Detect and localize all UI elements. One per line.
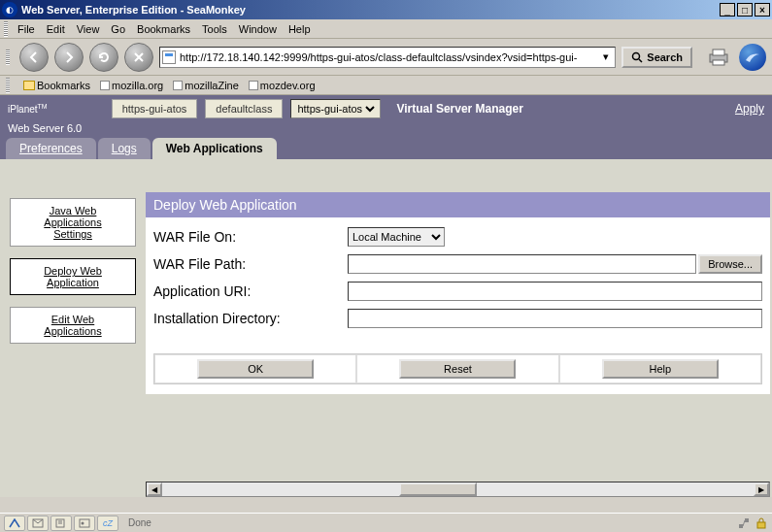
tab-preferences[interactable]: Preferences xyxy=(6,138,96,159)
menu-window[interactable]: Window xyxy=(233,21,283,37)
search-button[interactable]: Search xyxy=(621,47,692,68)
menu-bar: File Edit View Go Bookmarks Tools Window… xyxy=(0,19,772,39)
bookmark-label: mozdev.org xyxy=(260,80,316,91)
component-address-icon[interactable] xyxy=(74,515,95,531)
browse-button[interactable]: Browse... xyxy=(698,254,762,274)
bookmark-icon xyxy=(249,81,258,90)
inst-dir-input[interactable] xyxy=(348,309,762,328)
folder-icon xyxy=(23,81,35,90)
bookmark-label: mozillaZine xyxy=(185,80,239,91)
component-navigator-icon[interactable] xyxy=(4,515,25,531)
sidebar-item-settings[interactable]: Java WebApplicationsSettings xyxy=(10,198,136,247)
bookmark-mozilla-org[interactable]: mozilla.org xyxy=(100,80,163,91)
tab-web-applications[interactable]: Web Applications xyxy=(152,138,277,159)
sidebar-item-deploy[interactable]: Deploy WebApplication xyxy=(10,258,136,295)
side-nav: Java WebApplicationsSettings Deploy WebA… xyxy=(10,169,136,497)
vsm-title: Virtual Server Manager xyxy=(396,102,523,116)
window-title: Web Server, Enterprise Edition - SeaMonk… xyxy=(21,4,720,16)
war-on-label: WAR File On: xyxy=(153,229,348,245)
war-path-input[interactable] xyxy=(348,254,696,274)
url-input[interactable] xyxy=(180,51,599,63)
seamonkey-icon: ◐ xyxy=(2,2,17,17)
tab-logs[interactable]: Logs xyxy=(98,138,151,159)
component-mail-icon[interactable] xyxy=(27,515,49,531)
bookmarks-toolbar: Bookmarks mozilla.org mozillaZine mozdev… xyxy=(0,76,772,95)
search-label: Search xyxy=(647,51,683,63)
scroll-thumb[interactable] xyxy=(399,482,477,496)
bookmark-icon xyxy=(100,81,110,90)
content-area: Java WebApplicationsSettings Deploy WebA… xyxy=(0,159,772,497)
url-bar[interactable]: ▾ xyxy=(159,47,616,68)
war-on-select[interactable]: Local Machine xyxy=(348,227,445,247)
ok-button[interactable]: OK xyxy=(197,359,314,379)
main-panel: Deploy Web Application WAR File On: Loca… xyxy=(146,169,772,497)
component-irc-icon[interactable]: cZ xyxy=(97,515,118,531)
page-icon xyxy=(162,50,176,64)
print-button[interactable] xyxy=(706,47,731,68)
breadcrumb-vs-select[interactable]: https-gui-atos xyxy=(290,99,381,118)
menu-bookmarks[interactable]: Bookmarks xyxy=(131,21,196,37)
menu-tools[interactable]: Tools xyxy=(196,21,233,37)
forward-button[interactable] xyxy=(54,43,84,72)
stop-button[interactable] xyxy=(124,43,153,72)
toolbar-grip[interactable] xyxy=(6,50,10,65)
app-header: iPlanetTM https-gui-atos defaultclass ht… xyxy=(0,95,772,122)
inst-dir-label: Installation Directory: xyxy=(153,311,348,326)
breadcrumb-class[interactable]: defaultclass xyxy=(205,99,283,118)
throbber-icon[interactable] xyxy=(739,44,766,71)
reload-button[interactable] xyxy=(89,43,118,72)
svg-rect-3 xyxy=(713,50,724,55)
horizontal-scrollbar[interactable]: ◀ ▶ xyxy=(146,482,770,497)
svg-rect-11 xyxy=(739,524,743,528)
svg-rect-12 xyxy=(745,518,749,522)
war-path-label: WAR File Path: xyxy=(153,256,348,272)
tabs-row: Preferences Logs Web Applications xyxy=(0,136,772,159)
menu-file[interactable]: File xyxy=(12,21,41,37)
menu-view[interactable]: View xyxy=(71,21,106,37)
brand-line2: Web Server 6.0 xyxy=(0,122,772,136)
menu-help[interactable]: Help xyxy=(283,21,317,37)
bookmarks-folder[interactable]: Bookmarks xyxy=(23,80,90,91)
scroll-left-icon[interactable]: ◀ xyxy=(147,482,162,496)
vs-select[interactable]: https-gui-atos xyxy=(293,102,378,116)
component-composer-icon[interactable] xyxy=(50,515,72,531)
app-uri-label: Application URI: xyxy=(153,283,348,299)
minimize-button[interactable]: _ xyxy=(720,3,735,17)
svg-rect-14 xyxy=(757,522,765,528)
bookmark-label: mozilla.org xyxy=(112,80,163,91)
menu-go[interactable]: Go xyxy=(105,21,131,37)
breadcrumb-server[interactable]: https-gui-atos xyxy=(112,99,198,118)
apply-link[interactable]: Apply xyxy=(735,102,764,116)
menu-edit[interactable]: Edit xyxy=(41,21,71,37)
bookmark-mozdev-org[interactable]: mozdev.org xyxy=(249,80,316,91)
scroll-right-icon[interactable]: ▶ xyxy=(754,482,769,496)
sidebar-item-edit[interactable]: Edit WebApplications xyxy=(10,307,136,344)
status-bar: cZ Done xyxy=(0,513,772,532)
url-dropdown-icon[interactable]: ▾ xyxy=(599,50,613,63)
toolbar-grip[interactable] xyxy=(4,21,8,37)
status-text: Done xyxy=(128,517,735,528)
svg-line-1 xyxy=(639,59,642,62)
bookmark-icon xyxy=(173,81,183,90)
form-button-row: OK Reset Help xyxy=(153,353,762,384)
search-icon xyxy=(631,51,643,63)
window-titlebar: ◐ Web Server, Enterprise Edition - SeaMo… xyxy=(0,0,772,19)
svg-point-0 xyxy=(633,52,640,59)
panel-title: Deploy Web Application xyxy=(146,192,770,217)
offline-icon[interactable] xyxy=(737,516,751,530)
svg-point-10 xyxy=(82,521,84,524)
bookmarks-folder-label: Bookmarks xyxy=(37,80,90,91)
svg-rect-4 xyxy=(713,60,724,65)
scroll-track[interactable] xyxy=(162,482,754,496)
nav-toolbar: ▾ Search xyxy=(0,39,772,76)
bookmark-mozillazine[interactable]: mozillaZine xyxy=(173,80,239,91)
reset-button[interactable]: Reset xyxy=(399,359,516,379)
maximize-button[interactable]: □ xyxy=(737,3,753,17)
app-uri-input[interactable] xyxy=(348,282,762,301)
back-button[interactable] xyxy=(19,43,49,72)
help-button[interactable]: Help xyxy=(602,359,719,379)
deploy-form: WAR File On: Local Machine WAR File Path… xyxy=(146,217,770,394)
toolbar-grip[interactable] xyxy=(6,78,10,93)
security-lock-icon[interactable] xyxy=(755,516,768,530)
close-button[interactable]: × xyxy=(755,3,770,17)
